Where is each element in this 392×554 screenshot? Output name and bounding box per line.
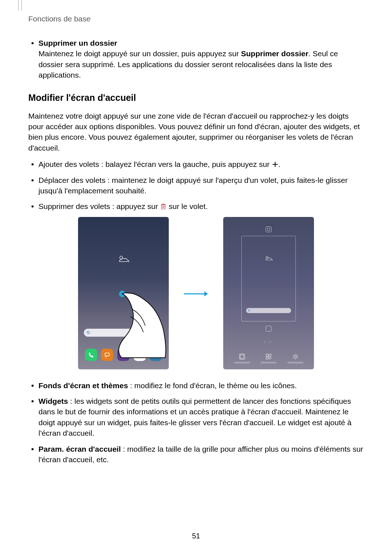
illustration-row: · xyxy=(28,217,364,369)
weather-widget: · xyxy=(117,253,130,272)
bullet-title: Supprimer un dossier xyxy=(38,38,364,48)
page-dots: • ○ xyxy=(265,340,273,344)
text-fragment: Maintenez le doigt appuyé sur un dossier… xyxy=(38,49,241,58)
edit-actions xyxy=(223,353,314,364)
bullet-supprimer-volets: Supprimer des volets : appuyez sur sur l… xyxy=(28,201,364,212)
bullet-widgets: Widgets : les widgets sont de petits out… xyxy=(28,396,364,439)
page-number: 51 xyxy=(192,532,200,540)
phone-after: • ○ xyxy=(223,217,314,369)
text-fragment: : modifiez le fond d'écran, le thème ou … xyxy=(128,381,297,390)
svg-rect-19 xyxy=(240,355,244,358)
arrow-icon xyxy=(183,290,209,297)
svg-rect-20 xyxy=(266,354,268,356)
wallpaper-action xyxy=(234,353,250,364)
text-fragment: Ajouter des volets : balayez l'écran ver… xyxy=(38,160,272,168)
section-heading-modifier-ecran: Modifier l'écran d'accueil xyxy=(28,91,364,104)
bold-label: Param. écran d'accueil xyxy=(38,445,121,453)
phone-before: · xyxy=(78,217,169,369)
bullet-param-ecran: Param. écran d'accueil : modifiez la tai… xyxy=(28,444,364,465)
bullet-deplacer-volets: Déplacer des volets : maintenez le doigt… xyxy=(28,175,364,196)
svg-line-30 xyxy=(293,354,294,355)
bullet-fonds-ecran: Fonds d'écran et thèmes : modifiez le fo… xyxy=(28,380,364,391)
widgets-action xyxy=(261,353,277,364)
weather-cloud-icon xyxy=(264,255,273,264)
svg-line-33 xyxy=(293,358,294,358)
bold-label: Fonds d'écran et thèmes xyxy=(38,381,128,390)
bullet-body: Maintenez le doigt appuyé sur un dossier… xyxy=(38,48,364,80)
plus-icon xyxy=(272,160,278,166)
weather-sub: · xyxy=(117,268,130,272)
widgets-icon xyxy=(265,353,272,360)
touch-hand-illustration xyxy=(111,290,169,358)
intro-paragraph: Maintenez votre doigt appuyé sur une zon… xyxy=(28,111,364,153)
gear-icon xyxy=(292,353,299,360)
text-fragment: : les widgets sont de petits outils qui … xyxy=(38,397,352,437)
svg-line-31 xyxy=(297,358,297,358)
svg-rect-22 xyxy=(266,357,268,359)
apps-outline-icon xyxy=(266,326,271,332)
svg-rect-9 xyxy=(105,353,109,356)
settings-action xyxy=(287,353,303,364)
svg-line-32 xyxy=(297,354,297,355)
panel-preview xyxy=(241,236,296,321)
text-fragment: sur le volet. xyxy=(167,202,208,210)
wallpaper-icon xyxy=(238,353,246,360)
header-breadcrumb: Fonctions de base xyxy=(0,0,392,27)
home-outline-icon xyxy=(266,226,271,232)
google-searchbar-mini xyxy=(246,308,291,313)
trash-icon xyxy=(160,202,167,208)
bold-action: Supprimer dossier xyxy=(241,49,309,58)
page-content: Supprimer un dossier Maintenez le doigt … xyxy=(0,27,392,465)
svg-rect-21 xyxy=(269,354,271,356)
svg-rect-7 xyxy=(163,204,164,205)
page-tab-mark xyxy=(18,0,22,11)
phone-app-icon xyxy=(85,349,97,361)
svg-point-25 xyxy=(294,356,297,358)
weather-cloud-icon xyxy=(117,253,130,267)
bold-label: Widgets xyxy=(38,397,68,405)
bullet-supprimer-dossier: Supprimer un dossier Maintenez le doigt … xyxy=(28,38,364,81)
text-fragment: . xyxy=(278,160,281,168)
bullet-ajouter-volets: Ajouter des volets : balayez l'écran ver… xyxy=(28,159,364,169)
text-fragment: Supprimer des volets : appuyez sur xyxy=(38,202,160,210)
